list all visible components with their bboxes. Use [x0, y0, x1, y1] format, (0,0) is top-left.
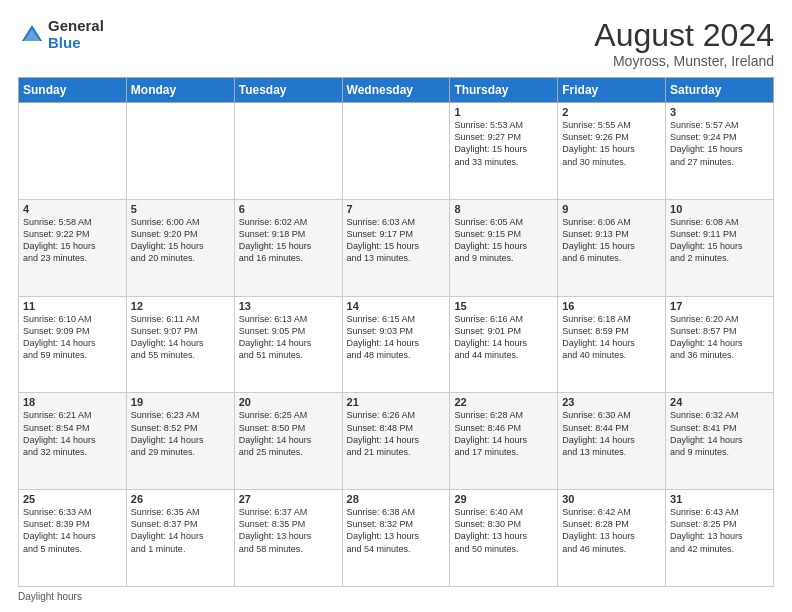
day-info: Sunrise: 6:33 AM Sunset: 8:39 PM Dayligh… — [23, 506, 122, 555]
col-tuesday: Tuesday — [234, 78, 342, 103]
table-row — [126, 103, 234, 200]
day-number: 5 — [131, 203, 230, 215]
day-info: Sunrise: 6:16 AM Sunset: 9:01 PM Dayligh… — [454, 313, 553, 362]
day-number: 3 — [670, 106, 769, 118]
table-row: 10Sunrise: 6:08 AM Sunset: 9:11 PM Dayli… — [666, 199, 774, 296]
table-row: 26Sunrise: 6:35 AM Sunset: 8:37 PM Dayli… — [126, 490, 234, 587]
table-row: 14Sunrise: 6:15 AM Sunset: 9:03 PM Dayli… — [342, 296, 450, 393]
day-number: 16 — [562, 300, 661, 312]
day-info: Sunrise: 6:20 AM Sunset: 8:57 PM Dayligh… — [670, 313, 769, 362]
table-row: 17Sunrise: 6:20 AM Sunset: 8:57 PM Dayli… — [666, 296, 774, 393]
col-saturday: Saturday — [666, 78, 774, 103]
table-row: 11Sunrise: 6:10 AM Sunset: 9:09 PM Dayli… — [19, 296, 127, 393]
day-number: 31 — [670, 493, 769, 505]
day-number: 12 — [131, 300, 230, 312]
day-info: Sunrise: 6:00 AM Sunset: 9:20 PM Dayligh… — [131, 216, 230, 265]
subtitle: Moyross, Munster, Ireland — [594, 53, 774, 69]
day-info: Sunrise: 6:11 AM Sunset: 9:07 PM Dayligh… — [131, 313, 230, 362]
day-number: 26 — [131, 493, 230, 505]
day-info: Sunrise: 6:42 AM Sunset: 8:28 PM Dayligh… — [562, 506, 661, 555]
day-info: Sunrise: 6:40 AM Sunset: 8:30 PM Dayligh… — [454, 506, 553, 555]
day-info: Sunrise: 5:57 AM Sunset: 9:24 PM Dayligh… — [670, 119, 769, 168]
table-row: 2Sunrise: 5:55 AM Sunset: 9:26 PM Daylig… — [558, 103, 666, 200]
day-info: Sunrise: 6:30 AM Sunset: 8:44 PM Dayligh… — [562, 409, 661, 458]
logo-icon — [18, 21, 46, 49]
day-info: Sunrise: 6:26 AM Sunset: 8:48 PM Dayligh… — [347, 409, 446, 458]
day-number: 13 — [239, 300, 338, 312]
col-monday: Monday — [126, 78, 234, 103]
table-row: 30Sunrise: 6:42 AM Sunset: 8:28 PM Dayli… — [558, 490, 666, 587]
day-info: Sunrise: 6:18 AM Sunset: 8:59 PM Dayligh… — [562, 313, 661, 362]
day-number: 29 — [454, 493, 553, 505]
calendar-week-row: 1Sunrise: 5:53 AM Sunset: 9:27 PM Daylig… — [19, 103, 774, 200]
day-info: Sunrise: 6:15 AM Sunset: 9:03 PM Dayligh… — [347, 313, 446, 362]
logo-general: General — [48, 18, 104, 35]
day-number: 14 — [347, 300, 446, 312]
day-info: Sunrise: 6:06 AM Sunset: 9:13 PM Dayligh… — [562, 216, 661, 265]
logo-text: General Blue — [48, 18, 104, 51]
day-number: 30 — [562, 493, 661, 505]
col-wednesday: Wednesday — [342, 78, 450, 103]
day-number: 23 — [562, 396, 661, 408]
day-number: 9 — [562, 203, 661, 215]
table-row — [234, 103, 342, 200]
day-info: Sunrise: 6:23 AM Sunset: 8:52 PM Dayligh… — [131, 409, 230, 458]
day-info: Sunrise: 6:05 AM Sunset: 9:15 PM Dayligh… — [454, 216, 553, 265]
day-number: 22 — [454, 396, 553, 408]
calendar-table: Sunday Monday Tuesday Wednesday Thursday… — [18, 77, 774, 587]
col-friday: Friday — [558, 78, 666, 103]
table-row: 15Sunrise: 6:16 AM Sunset: 9:01 PM Dayli… — [450, 296, 558, 393]
header: General Blue August 2024 Moyross, Munste… — [18, 18, 774, 69]
day-info: Sunrise: 5:55 AM Sunset: 9:26 PM Dayligh… — [562, 119, 661, 168]
day-number: 17 — [670, 300, 769, 312]
day-info: Sunrise: 6:02 AM Sunset: 9:18 PM Dayligh… — [239, 216, 338, 265]
table-row: 27Sunrise: 6:37 AM Sunset: 8:35 PM Dayli… — [234, 490, 342, 587]
day-info: Sunrise: 6:38 AM Sunset: 8:32 PM Dayligh… — [347, 506, 446, 555]
day-number: 11 — [23, 300, 122, 312]
day-number: 1 — [454, 106, 553, 118]
day-number: 25 — [23, 493, 122, 505]
table-row: 22Sunrise: 6:28 AM Sunset: 8:46 PM Dayli… — [450, 393, 558, 490]
table-row: 29Sunrise: 6:40 AM Sunset: 8:30 PM Dayli… — [450, 490, 558, 587]
day-number: 21 — [347, 396, 446, 408]
table-row: 8Sunrise: 6:05 AM Sunset: 9:15 PM Daylig… — [450, 199, 558, 296]
calendar-week-row: 4Sunrise: 5:58 AM Sunset: 9:22 PM Daylig… — [19, 199, 774, 296]
table-row: 3Sunrise: 5:57 AM Sunset: 9:24 PM Daylig… — [666, 103, 774, 200]
col-thursday: Thursday — [450, 78, 558, 103]
table-row — [342, 103, 450, 200]
logo-blue: Blue — [48, 35, 104, 52]
table-row: 6Sunrise: 6:02 AM Sunset: 9:18 PM Daylig… — [234, 199, 342, 296]
calendar-week-row: 11Sunrise: 6:10 AM Sunset: 9:09 PM Dayli… — [19, 296, 774, 393]
calendar-header-row: Sunday Monday Tuesday Wednesday Thursday… — [19, 78, 774, 103]
table-row: 16Sunrise: 6:18 AM Sunset: 8:59 PM Dayli… — [558, 296, 666, 393]
day-number: 19 — [131, 396, 230, 408]
table-row: 13Sunrise: 6:13 AM Sunset: 9:05 PM Dayli… — [234, 296, 342, 393]
table-row: 19Sunrise: 6:23 AM Sunset: 8:52 PM Dayli… — [126, 393, 234, 490]
table-row: 28Sunrise: 6:38 AM Sunset: 8:32 PM Dayli… — [342, 490, 450, 587]
day-info: Sunrise: 6:03 AM Sunset: 9:17 PM Dayligh… — [347, 216, 446, 265]
day-info: Sunrise: 6:08 AM Sunset: 9:11 PM Dayligh… — [670, 216, 769, 265]
table-row: 5Sunrise: 6:00 AM Sunset: 9:20 PM Daylig… — [126, 199, 234, 296]
table-row: 23Sunrise: 6:30 AM Sunset: 8:44 PM Dayli… — [558, 393, 666, 490]
table-row: 31Sunrise: 6:43 AM Sunset: 8:25 PM Dayli… — [666, 490, 774, 587]
table-row: 1Sunrise: 5:53 AM Sunset: 9:27 PM Daylig… — [450, 103, 558, 200]
day-info: Sunrise: 6:28 AM Sunset: 8:46 PM Dayligh… — [454, 409, 553, 458]
logo: General Blue — [18, 18, 104, 51]
day-number: 15 — [454, 300, 553, 312]
day-info: Sunrise: 5:58 AM Sunset: 9:22 PM Dayligh… — [23, 216, 122, 265]
day-info: Sunrise: 6:21 AM Sunset: 8:54 PM Dayligh… — [23, 409, 122, 458]
day-info: Sunrise: 6:10 AM Sunset: 9:09 PM Dayligh… — [23, 313, 122, 362]
day-number: 2 — [562, 106, 661, 118]
table-row: 24Sunrise: 6:32 AM Sunset: 8:41 PM Dayli… — [666, 393, 774, 490]
table-row: 21Sunrise: 6:26 AM Sunset: 8:48 PM Dayli… — [342, 393, 450, 490]
day-number: 7 — [347, 203, 446, 215]
day-info: Sunrise: 6:25 AM Sunset: 8:50 PM Dayligh… — [239, 409, 338, 458]
day-number: 28 — [347, 493, 446, 505]
day-info: Sunrise: 6:35 AM Sunset: 8:37 PM Dayligh… — [131, 506, 230, 555]
day-number: 20 — [239, 396, 338, 408]
table-row: 9Sunrise: 6:06 AM Sunset: 9:13 PM Daylig… — [558, 199, 666, 296]
table-row — [19, 103, 127, 200]
table-row: 18Sunrise: 6:21 AM Sunset: 8:54 PM Dayli… — [19, 393, 127, 490]
calendar-week-row: 25Sunrise: 6:33 AM Sunset: 8:39 PM Dayli… — [19, 490, 774, 587]
day-number: 27 — [239, 493, 338, 505]
